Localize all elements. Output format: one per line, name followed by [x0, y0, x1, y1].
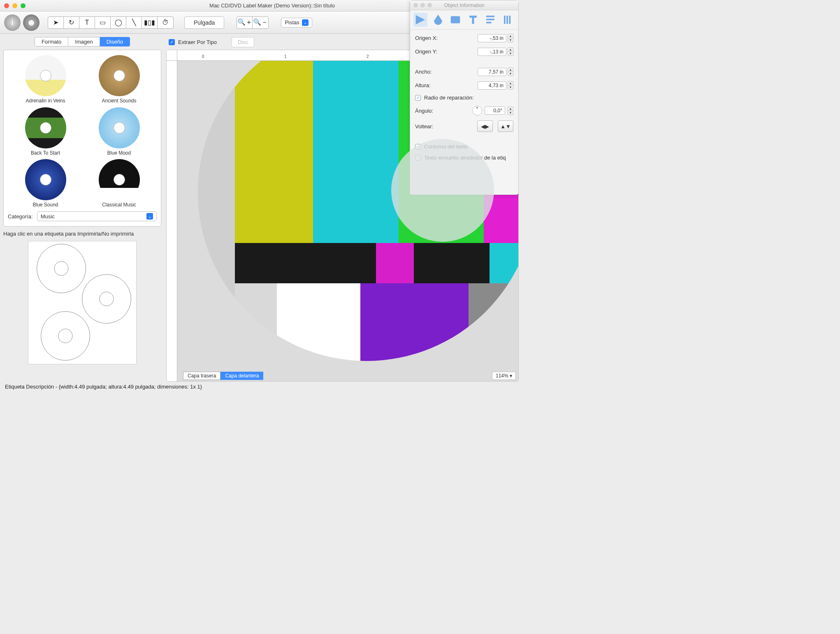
angle-dial[interactable]	[472, 106, 482, 116]
layout-preview[interactable]	[28, 241, 137, 364]
disc-button[interactable]: Disc	[232, 37, 254, 47]
design-grid: Adrenalin in Veins Ancient Sounds Back T…	[7, 53, 158, 210]
angle-label: Ángulo:	[415, 108, 433, 114]
ellipse-tool-icon[interactable]: ◯	[111, 17, 126, 28]
mask-icon[interactable]: ☻	[23, 14, 39, 31]
stepper[interactable]: ▲▼	[508, 81, 513, 90]
zoom-window-button[interactable]	[21, 3, 26, 8]
vertical-ruler	[167, 61, 177, 381]
minimize-window-button[interactable]	[12, 3, 17, 8]
sidebar-tabs: Formato Imagen Diseño	[3, 37, 161, 46]
category-label: Categoría:	[8, 213, 33, 220]
stepper[interactable]: ▲▼	[508, 67, 513, 76]
chevron-down-icon: ⌄	[302, 19, 309, 26]
design-thumb[interactable]: Blue Sound	[13, 159, 78, 208]
flip-label: Voltear:	[415, 123, 433, 130]
layer-back-tab[interactable]: Capa trasera	[183, 372, 220, 380]
fill-tab-icon[interactable]	[431, 13, 445, 27]
rect-tool-icon[interactable]: ▭	[95, 17, 111, 28]
ruler-corner	[167, 50, 177, 61]
inspector-tabs	[410, 10, 518, 30]
zoom-out-icon[interactable]: 🔍－	[253, 17, 268, 28]
category-row: Categoría: Music ⌄	[7, 210, 158, 223]
barcode-tool-icon[interactable]: ▮▯▮	[142, 17, 158, 28]
width-label: Ancho:	[415, 69, 432, 75]
origin-x-field[interactable]: -,53 in	[478, 34, 506, 42]
print-hint: Haga clic en una etiqueta para Imprimirl…	[3, 231, 161, 237]
tracks-dropdown[interactable]: Pistas ⌄	[281, 18, 312, 28]
design-thumb[interactable]: Ancient Sounds	[86, 55, 152, 104]
tracks-dropdown-label: Pistas	[285, 19, 299, 25]
angle-field[interactable]: 0,0°	[485, 106, 505, 115]
geometry-tab-icon[interactable]	[413, 13, 427, 27]
zoom-indicator[interactable]: 114% ▾	[492, 372, 516, 380]
unit-button[interactable]: Pulgada	[184, 16, 224, 29]
zoom-group: 🔍＋ 🔍－	[237, 16, 269, 29]
layer-tabs: Capa trasera Capa delantera	[183, 372, 263, 380]
layer-front-tab[interactable]: Capa delantera	[220, 372, 263, 380]
repair-radius-label: Radio de reparación:	[424, 95, 474, 101]
pointer-tool-icon[interactable]: ➤	[48, 17, 64, 28]
text-tab-icon[interactable]	[466, 13, 480, 27]
category-select[interactable]: Music ⌄	[37, 211, 157, 221]
zoom-in-icon[interactable]: 🔍＋	[237, 17, 253, 28]
info-icon[interactable]: i	[4, 14, 21, 31]
design-thumb[interactable]: Back To Start	[13, 107, 78, 156]
origin-y-label: Origen Y:	[415, 49, 437, 55]
stepper[interactable]: ▲▼	[508, 34, 513, 42]
align-tab-icon[interactable]	[483, 13, 497, 27]
origin-x-label: Origen X:	[415, 35, 438, 41]
svg-rect-0	[451, 16, 460, 23]
origin-y-field[interactable]: -,13 in	[478, 48, 506, 56]
status-text: Etiqueta Descripción - {width:4.49 pulga…	[5, 384, 202, 390]
tool-group: ➤ ↻ T ▭ ◯ ╲ ▮▯▮ ⏱	[48, 16, 174, 29]
timer-tool-icon[interactable]: ⏱	[158, 17, 173, 28]
traffic-lights	[4, 3, 26, 8]
design-thumb[interactable]: Classical Music	[86, 159, 152, 208]
inspector-titlebar[interactable]: Object Information	[410, 0, 518, 10]
rotate-tool-icon[interactable]: ↻	[64, 17, 79, 28]
close-window-button[interactable]	[4, 3, 9, 8]
line-tool-icon[interactable]: ╲	[126, 17, 142, 28]
text-tool-icon[interactable]: T	[79, 17, 95, 28]
design-thumb[interactable]: Blue Mood	[86, 107, 152, 156]
flip-horizontal-button[interactable]: ◀▶	[477, 120, 493, 132]
flip-vertical-button[interactable]: ▲▼	[498, 120, 513, 132]
stepper[interactable]: ▲▼	[508, 106, 513, 115]
height-field[interactable]: 4,73 in	[478, 81, 506, 90]
width-field[interactable]: 7,57 in	[478, 68, 506, 76]
design-thumb[interactable]: Adrenalin in Veins	[13, 55, 78, 104]
image-tab-icon[interactable]	[448, 13, 462, 27]
extract-checkbox[interactable]: ✓	[169, 39, 175, 45]
layers-tab-icon[interactable]	[501, 13, 515, 27]
chevron-down-icon: ⌄	[146, 213, 153, 220]
tab-image[interactable]: Imagen	[68, 37, 100, 46]
designs-panel: Adrenalin in Veins Ancient Sounds Back T…	[3, 50, 161, 227]
stepper[interactable]: ▲▼	[508, 47, 513, 56]
extract-label: Extraer Por Tipo	[178, 39, 217, 45]
left-sidebar: Formato Imagen Diseño Adrenalin in Veins…	[0, 34, 165, 382]
height-label: Altura:	[415, 82, 431, 88]
tab-format[interactable]: Formato	[35, 37, 68, 46]
repair-radius-checkbox[interactable]: ✓	[415, 95, 421, 101]
tab-design[interactable]: Diseño	[100, 37, 130, 46]
disc-hole	[391, 139, 494, 242]
status-bar: Etiqueta Descripción - {width:4.49 pulga…	[0, 382, 519, 391]
